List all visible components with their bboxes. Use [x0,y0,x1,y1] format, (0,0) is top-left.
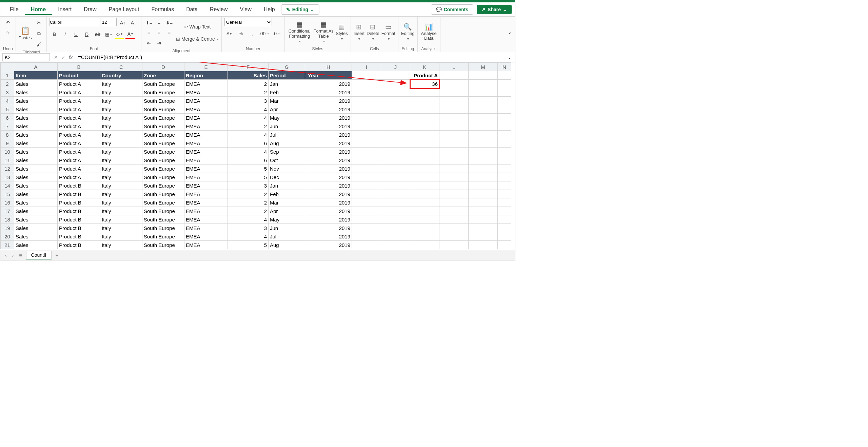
cell-H19[interactable]: 2019 [305,224,352,232]
cell-H11[interactable]: 2019 [305,156,352,164]
cell-D21[interactable]: South Europe [142,241,184,249]
cell-C15[interactable]: Italy [100,190,142,198]
cell-B1[interactable]: Product [58,71,100,80]
cell-J15[interactable] [381,190,410,198]
cell-H18[interactable]: 2019 [305,215,352,224]
cell-B2[interactable]: Product A [58,80,100,88]
cell-M7[interactable] [469,122,498,131]
cell-N1[interactable] [498,71,511,80]
cell-I9[interactable] [352,139,381,148]
double-underline-button[interactable]: D [82,30,92,39]
increase-indent-button[interactable]: ⇥ [154,38,164,48]
expand-formula-bar-button[interactable]: ⌄ [504,55,515,60]
cell-C19[interactable]: Italy [100,224,142,232]
cell-D5[interactable]: South Europe [142,105,184,114]
row-head-12[interactable]: 12 [1,164,14,173]
cell-A19[interactable]: Sales [14,224,58,232]
cell-N4[interactable] [498,97,511,105]
cell-G15[interactable]: Feb [269,190,305,198]
cell-D11[interactable]: South Europe [142,156,184,164]
cell-L8[interactable] [439,131,469,139]
menu-draw[interactable]: Draw [78,4,102,15]
cell-N11[interactable] [498,156,511,164]
cell-J2[interactable] [381,80,410,88]
cell-K5[interactable] [410,105,439,114]
cell-B9[interactable]: Product A [58,139,100,148]
cell-H16[interactable]: 2019 [305,198,352,207]
spreadsheet-grid[interactable]: ABCDEFGHIJKLMN1ItemProductCountryZoneReg… [0,62,515,250]
cell-I10[interactable] [352,148,381,156]
font-color-button[interactable]: A [125,30,135,39]
cell-K19[interactable] [410,224,439,232]
cell-A11[interactable]: Sales [14,156,58,164]
cell-E3[interactable]: EMEA [184,88,228,97]
menu-home[interactable]: Home [25,4,52,15]
cell-A1[interactable]: Item [14,71,58,80]
cell-F20[interactable]: 4 [228,232,269,241]
cell-H17[interactable]: 2019 [305,207,352,215]
cell-N17[interactable] [498,207,511,215]
cell-I17[interactable] [352,207,381,215]
number-format-select[interactable]: General [224,18,272,26]
cell-F6[interactable]: 4 [228,114,269,122]
font-size-select[interactable] [102,18,117,26]
enter-formula-icon[interactable]: ✓ [61,55,65,60]
wrap-text-button[interactable]: ↩Wrap Text [176,22,219,32]
cell-I18[interactable] [352,215,381,224]
cell-C20[interactable]: Italy [100,232,142,241]
cell-G19[interactable]: Jun [269,224,305,232]
row-head-20[interactable]: 20 [1,232,14,241]
row-head-19[interactable]: 19 [1,224,14,232]
cell-N7[interactable] [498,122,511,131]
cell-M14[interactable] [469,181,498,190]
col-head-H[interactable]: H [305,63,352,71]
cell-B12[interactable]: Product A [58,164,100,173]
cell-J8[interactable] [381,131,410,139]
cell-F16[interactable]: 2 [228,198,269,207]
cell-E12[interactable]: EMEA [184,164,228,173]
cell-C16[interactable]: Italy [100,198,142,207]
cell-styles-button[interactable]: ▦Styles [336,23,348,40]
row-head-17[interactable]: 17 [1,207,14,215]
cell-B14[interactable]: Product B [58,181,100,190]
cell-C9[interactable]: Italy [100,139,142,148]
cell-D20[interactable]: South Europe [142,232,184,241]
cell-C1[interactable]: Country [100,71,142,80]
cell-K4[interactable] [410,97,439,105]
cell-E19[interactable]: EMEA [184,224,228,232]
cell-B7[interactable]: Product A [58,122,100,131]
cell-G2[interactable]: Jan [269,80,305,88]
redo-button[interactable]: ↷ [3,28,13,38]
cell-M3[interactable] [469,88,498,97]
menu-formulas[interactable]: Formulas [145,4,180,15]
cell-C14[interactable]: Italy [100,181,142,190]
row-head-1[interactable]: 1 [1,71,14,80]
cell-N15[interactable] [498,190,511,198]
cell-K12[interactable] [410,164,439,173]
cell-K9[interactable] [410,139,439,148]
cell-B19[interactable]: Product B [58,224,100,232]
cell-J12[interactable] [381,164,410,173]
cell-B15[interactable]: Product B [58,190,100,198]
cell-H3[interactable]: 2019 [305,88,352,97]
border-button[interactable]: ▦ [104,30,113,39]
cell-K2[interactable]: 36 [410,80,439,88]
cell-C4[interactable]: Italy [100,97,142,105]
cell-A9[interactable]: Sales [14,139,58,148]
fill-color-button[interactable]: ◇ [115,30,124,39]
cell-L9[interactable] [439,139,469,148]
cell-I21[interactable] [352,241,381,249]
cell-J14[interactable] [381,181,410,190]
cell-L1[interactable] [439,71,469,80]
cell-A3[interactable]: Sales [14,88,58,97]
cell-D18[interactable]: South Europe [142,215,184,224]
cell-M18[interactable] [469,215,498,224]
font-name-select[interactable] [50,18,100,26]
cell-M19[interactable] [469,224,498,232]
cell-I12[interactable] [352,164,381,173]
cell-J16[interactable] [381,198,410,207]
cell-G9[interactable]: Aug [269,139,305,148]
cell-M6[interactable] [469,114,498,122]
menu-file[interactable]: File [4,4,25,15]
cell-B13[interactable]: Product A [58,173,100,181]
